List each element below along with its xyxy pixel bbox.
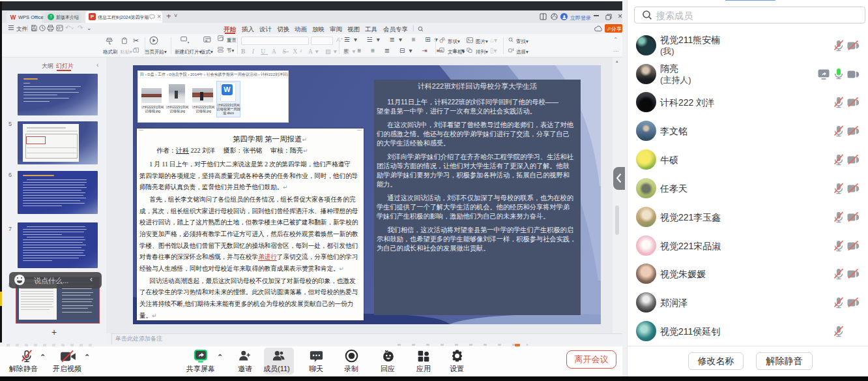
svg-text:A: A [441, 49, 443, 53]
